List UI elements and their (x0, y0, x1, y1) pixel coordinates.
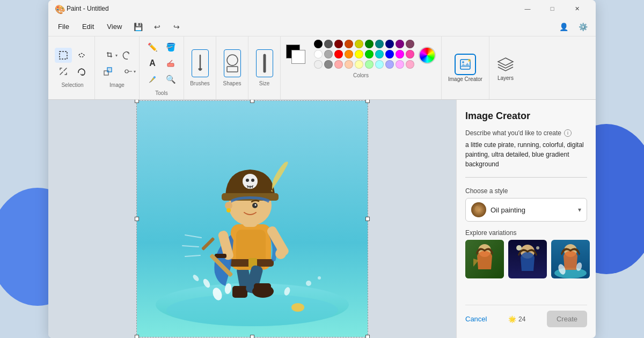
close-button[interactable]: ✕ (565, 0, 589, 17)
color-light-magenta[interactable] (396, 60, 404, 69)
svg-rect-4 (167, 63, 174, 67)
drawing-canvas[interactable] (48, 100, 456, 338)
text-button[interactable]: A (144, 56, 161, 71)
svg-point-44 (251, 179, 254, 182)
svg-point-48 (226, 208, 231, 212)
selection-lasso-button[interactable] (73, 64, 90, 79)
color-blue[interactable] (385, 50, 394, 58)
color-orange[interactable] (345, 50, 353, 58)
svg-rect-2 (107, 68, 112, 72)
color-dark-green[interactable] (365, 40, 374, 48)
handle-top-right[interactable] (365, 100, 370, 103)
color-navy[interactable] (385, 40, 394, 48)
color-light-yellow[interactable] (355, 60, 363, 69)
color-dark-pink[interactable] (406, 40, 414, 48)
pencil-button[interactable]: ✏️ (144, 40, 161, 55)
style-label: Choose a style (465, 187, 587, 195)
color-gray[interactable] (324, 60, 333, 69)
color-preview[interactable] (286, 45, 310, 66)
maximize-button[interactable]: □ (540, 0, 565, 17)
menu-edit[interactable]: Edit (77, 20, 99, 33)
color-dark-red[interactable] (334, 40, 343, 48)
image-resize-button[interactable] (99, 64, 116, 79)
image-adjust-button[interactable]: ▾ (118, 64, 142, 79)
color-off-white[interactable] (314, 60, 323, 69)
handle-bottom-right[interactable] (365, 335, 370, 338)
ribbon-group-tools: ✏️ 🪣 A 🔍 Tools (140, 36, 184, 99)
color-light-blue[interactable] (385, 60, 394, 69)
color-light-cyan[interactable] (375, 60, 384, 69)
image-creator-ribbon-button[interactable]: Image Creator (442, 36, 489, 99)
color-dark-orange[interactable] (345, 40, 353, 48)
color-black[interactable] (314, 40, 323, 48)
describe-info-icon[interactable]: i (564, 129, 572, 137)
variation-3[interactable] (551, 240, 590, 278)
prompt-textarea[interactable]: a little cute pirate, running, colorful,… (465, 140, 587, 178)
color-light-green[interactable] (365, 60, 374, 69)
create-button[interactable]: Create (547, 311, 587, 327)
menu-file[interactable]: File (53, 20, 75, 33)
color-wheel-button[interactable] (419, 47, 436, 64)
layers-ribbon-button[interactable]: Layers (489, 36, 522, 99)
title-bar: 🎨 Paint - Untitled — □ ✕ (48, 0, 596, 17)
color-white[interactable] (314, 50, 323, 58)
handle-bottom-center[interactable] (250, 335, 254, 338)
style-thumbnail (471, 202, 486, 217)
brush-main-button[interactable] (192, 49, 209, 77)
size-button[interactable] (256, 49, 273, 77)
fill-button[interactable]: 🪣 (162, 40, 179, 55)
color-magenta[interactable] (396, 50, 404, 58)
svg-rect-34 (254, 283, 271, 294)
canvas-wrapper (136, 100, 368, 337)
image-tools: ▾ ▾ (99, 48, 135, 79)
color-dark-gray[interactable] (324, 40, 333, 48)
color-light-pink[interactable] (406, 60, 414, 69)
tool-buttons: ✏️ 🪣 A 🔍 (144, 40, 179, 87)
style-section: Choose a style (465, 187, 587, 222)
image-rotate-button[interactable] (118, 48, 135, 63)
color-teal[interactable] (375, 40, 384, 48)
save-button[interactable]: 💾 (129, 19, 147, 34)
account-icon[interactable]: 👤 (555, 19, 572, 34)
color-dark-yellow[interactable] (355, 40, 363, 48)
selection-rect-button[interactable] (55, 48, 72, 63)
variation-2[interactable] (508, 240, 547, 278)
selection-free-button[interactable] (73, 48, 90, 63)
eraser-button[interactable] (162, 56, 179, 71)
color-cyan[interactable] (375, 50, 384, 58)
minimize-button[interactable]: — (515, 0, 540, 17)
color-purple[interactable] (396, 40, 404, 48)
redo-button[interactable]: ↪ (168, 19, 185, 34)
color-pink[interactable] (406, 50, 414, 58)
handle-bottom-left[interactable] (135, 335, 139, 338)
color-red[interactable] (334, 50, 343, 58)
color-light-red[interactable] (334, 60, 343, 69)
svg-point-25 (291, 303, 304, 312)
settings-icon[interactable]: ⚙️ (574, 19, 591, 34)
shapes-button[interactable] (224, 49, 241, 77)
handle-top-left[interactable] (135, 100, 139, 103)
tools-label: Tools (155, 90, 167, 96)
color-yellow[interactable] (355, 50, 363, 58)
brushes-label: Brushes (190, 80, 210, 86)
selection-expand-button[interactable] (55, 64, 72, 79)
variation-1[interactable] (465, 240, 504, 278)
background-color[interactable] (291, 50, 305, 64)
canvas-image[interactable] (137, 101, 368, 337)
handle-middle-right[interactable] (365, 217, 370, 221)
handle-middle-left[interactable] (135, 217, 139, 221)
cancel-button[interactable]: Cancel (465, 315, 487, 323)
undo-button[interactable]: ↩ (149, 19, 166, 34)
svg-point-3 (125, 70, 128, 73)
image-creator-panel: Image Creator Describe what you'd like t… (456, 100, 596, 338)
credits-display: 🌟 24 (508, 315, 525, 323)
style-dropdown[interactable]: Oil painting ▾ (465, 198, 587, 222)
magnify-button[interactable]: 🔍 (162, 72, 179, 87)
menu-view[interactable]: View (101, 20, 127, 33)
handle-top-center[interactable] (250, 100, 254, 103)
color-pick-button[interactable] (144, 72, 161, 87)
window-controls: — □ ✕ (515, 0, 589, 17)
color-peach[interactable] (345, 60, 353, 69)
color-light-gray[interactable] (324, 50, 333, 58)
color-green[interactable] (365, 50, 374, 58)
